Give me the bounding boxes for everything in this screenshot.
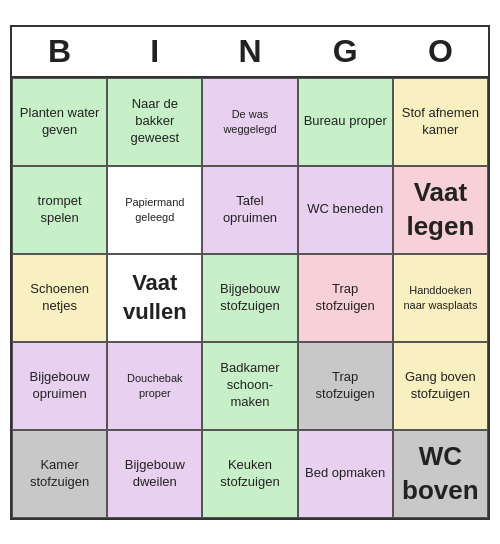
cell-text: WC boven: [398, 440, 483, 508]
bingo-card: BINGO Planten water gevenNaar de bakker …: [10, 25, 490, 520]
header-letter: I: [107, 27, 202, 76]
bingo-cell: Keuken stofzuigen: [202, 430, 297, 518]
cell-text: Trap stofzuigen: [303, 369, 388, 403]
bingo-cell: Naar de bakker geweest: [107, 78, 202, 166]
bingo-cell: Douchebak proper: [107, 342, 202, 430]
cell-text: Douchebak proper: [112, 371, 197, 400]
header-letter: N: [202, 27, 297, 76]
cell-text: Papiermand geleegd: [112, 195, 197, 224]
cell-text: Schoenen netjes: [17, 281, 102, 315]
header-letter: O: [393, 27, 488, 76]
bingo-cell: Vaat vullen: [107, 254, 202, 342]
cell-text: Gang boven stofzuigen: [398, 369, 483, 403]
bingo-cell: Trap stofzuigen: [298, 342, 393, 430]
bingo-cell: Bijgebouw dweilen: [107, 430, 202, 518]
bingo-cell: Planten water geven: [12, 78, 107, 166]
bingo-cell: Papiermand geleegd: [107, 166, 202, 254]
bingo-cell: Bijgebouw opruimen: [12, 342, 107, 430]
bingo-cell: Bureau proper: [298, 78, 393, 166]
cell-text: De was weggelegd: [207, 107, 292, 136]
bingo-cell: Tafel opruimen: [202, 166, 297, 254]
cell-text: Keuken stofzuigen: [207, 457, 292, 491]
bingo-cell: Vaat legen: [393, 166, 488, 254]
cell-text: Handdoeken naar wasplaats: [398, 283, 483, 312]
cell-text: Trap stofzuigen: [303, 281, 388, 315]
cell-text: WC beneden: [307, 201, 383, 218]
bingo-header: BINGO: [12, 27, 488, 76]
cell-text: Bijgebouw stofzuigen: [207, 281, 292, 315]
bingo-grid: Planten water gevenNaar de bakker gewees…: [12, 76, 488, 518]
bingo-cell: Kamer stofzuigen: [12, 430, 107, 518]
cell-text: Tafel opruimen: [207, 193, 292, 227]
bingo-cell: Handdoeken naar wasplaats: [393, 254, 488, 342]
cell-text: Stof afnemen kamer: [398, 105, 483, 139]
cell-text: Vaat legen: [398, 176, 483, 244]
bingo-cell: trompet spelen: [12, 166, 107, 254]
cell-text: Bijgebouw dweilen: [112, 457, 197, 491]
cell-text: Bureau proper: [304, 113, 387, 130]
header-letter: G: [298, 27, 393, 76]
bingo-cell: Badkamer schoon-maken: [202, 342, 297, 430]
bingo-cell: De was weggelegd: [202, 78, 297, 166]
bingo-cell: WC boven: [393, 430, 488, 518]
cell-text: Badkamer schoon-maken: [207, 360, 292, 411]
cell-text: Bed opmaken: [305, 465, 385, 482]
bingo-cell: Schoenen netjes: [12, 254, 107, 342]
bingo-cell: WC beneden: [298, 166, 393, 254]
bingo-cell: Gang boven stofzuigen: [393, 342, 488, 430]
cell-text: Bijgebouw opruimen: [17, 369, 102, 403]
bingo-cell: Stof afnemen kamer: [393, 78, 488, 166]
cell-text: Kamer stofzuigen: [17, 457, 102, 491]
header-letter: B: [12, 27, 107, 76]
cell-text: Naar de bakker geweest: [112, 96, 197, 147]
bingo-cell: Bijgebouw stofzuigen: [202, 254, 297, 342]
bingo-cell: Trap stofzuigen: [298, 254, 393, 342]
cell-text: Vaat vullen: [112, 269, 197, 326]
cell-text: trompet spelen: [17, 193, 102, 227]
cell-text: Planten water geven: [17, 105, 102, 139]
bingo-cell: Bed opmaken: [298, 430, 393, 518]
